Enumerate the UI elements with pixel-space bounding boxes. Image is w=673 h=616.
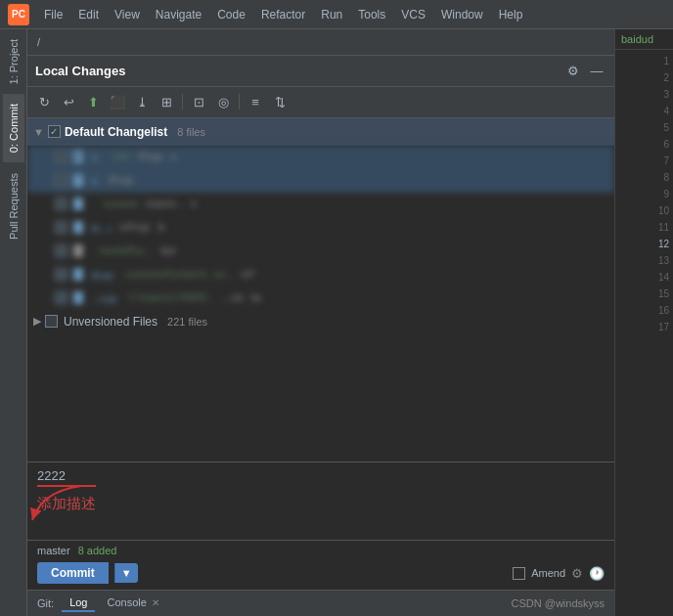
commit-dropdown-button[interactable]: ▼ xyxy=(114,563,138,583)
path-bar: / xyxy=(27,29,614,56)
menu-navigate[interactable]: Navigate xyxy=(149,5,208,24)
commit-number: 2222 xyxy=(37,468,605,483)
settings-small-icon[interactable]: ⚙ xyxy=(571,566,583,581)
file-path-1: rzhil xyxy=(112,152,129,162)
refresh-button[interactable]: ↻ xyxy=(33,91,55,112)
content-area: / Local Changes ⚙ — ↻ ↩ ⬆ ⬛ ⤓ ⊞ ⊡ xyxy=(27,29,614,616)
svg-rect-5 xyxy=(75,178,81,179)
svg-rect-3 xyxy=(75,158,79,159)
tab-log[interactable]: Log xyxy=(62,594,95,612)
menu-help[interactable]: Help xyxy=(492,5,530,24)
file-item-2[interactable]: rl. \Proje xyxy=(27,169,614,193)
expand-icon: ▼ xyxy=(33,126,44,138)
menu-view[interactable]: View xyxy=(108,5,147,24)
sidebar-tab-pull-requests[interactable]: Pull Requests xyxy=(3,163,24,249)
file-list-blurred: rl. rzhil \Proje e rl. \Proje xyxy=(27,146,614,310)
line-number-12: 12 xyxy=(658,237,669,252)
amend-checkbox[interactable] xyxy=(513,567,525,580)
preview-button[interactable]: ◎ xyxy=(212,91,234,112)
added-badge: 8 added xyxy=(78,545,117,556)
app-logo: PC xyxy=(8,4,29,25)
menu-file[interactable]: File xyxy=(37,5,69,24)
panel-header-actions: ⚙ — xyxy=(563,61,606,80)
sidebar-tab-project[interactable]: 1: Project xyxy=(3,29,24,94)
file-path3-7: ke xyxy=(251,292,262,303)
line-number-5: 5 xyxy=(663,120,669,136)
commit-button[interactable]: Commit xyxy=(37,562,109,584)
history-icon[interactable]: 🕐 xyxy=(589,566,605,581)
file-path2-7: ...cts xyxy=(223,292,244,303)
file-path3-4: ik xyxy=(157,222,164,233)
file-path-6: cuments\Pycharm\...ec... xyxy=(125,269,233,280)
svg-rect-9 xyxy=(73,268,83,281)
file-item-6[interactable]: al.py cuments\Pycharm\...ec... mF xyxy=(27,263,614,286)
file-checkbox-5[interactable] xyxy=(55,244,67,257)
menu-code[interactable]: Code xyxy=(210,5,252,24)
update-button[interactable]: ⬆ xyxy=(82,91,104,112)
changelist-header[interactable]: ▼ Default Changelist 8 files xyxy=(27,118,614,146)
changelist-checkbox[interactable] xyxy=(48,125,61,138)
file-item-1[interactable]: rl. rzhil \Proje e xyxy=(27,146,614,169)
filter-button[interactable]: ⇅ xyxy=(269,91,291,112)
toolbar-separator-2 xyxy=(239,94,240,110)
svg-rect-10 xyxy=(73,291,83,304)
file-checkbox-2[interactable] xyxy=(55,174,67,187)
settings-icon[interactable]: ⚙ xyxy=(563,61,583,80)
file-path2-1: \Proje xyxy=(138,152,163,162)
file-path-7: C:\Users\17490\D... xyxy=(129,292,215,303)
shelf-button[interactable]: ⊞ xyxy=(156,91,177,112)
file-checkbox-7[interactable] xyxy=(55,291,67,304)
line-number-16: 16 xyxy=(658,303,669,319)
menu-window[interactable]: Window xyxy=(434,5,490,24)
rollback-button[interactable]: ↩ xyxy=(58,91,79,112)
file-path3-3: e xyxy=(191,198,197,209)
svg-rect-6 xyxy=(73,198,83,210)
tab-console[interactable]: Console ✕ xyxy=(99,594,166,612)
file-item-5[interactable]: ments\Pyc... iket xyxy=(27,240,614,263)
toolbar-separator-1 xyxy=(182,94,183,110)
file-name-2: rl. xyxy=(91,175,100,187)
file-path3-5: iket xyxy=(160,245,176,256)
group-button[interactable]: ⊡ xyxy=(188,91,209,112)
right-panel-label: baidud xyxy=(615,29,673,50)
unversioned-files-header[interactable]: ▶ Unversioned Files 221 files xyxy=(27,310,614,333)
line-number-3: 3 xyxy=(663,87,669,103)
file-item-3[interactable]: \cument charmr... e xyxy=(27,193,614,216)
line-number-10: 10 xyxy=(658,203,669,219)
patch-button[interactable]: ⤓ xyxy=(131,91,153,112)
file-item-7[interactable]: ...t.py C:\Users\17490\D... ...cts ke xyxy=(27,286,614,310)
line-number-9: 9 xyxy=(663,187,669,202)
main-layout: 1: Project 0: Commit Pull Requests / Loc… xyxy=(0,29,673,616)
svg-rect-4 xyxy=(73,174,83,187)
menu-tools[interactable]: Tools xyxy=(351,5,392,24)
commit-actions: Commit ▼ Amend ⚙ 🕐 xyxy=(37,562,605,584)
menu-edit[interactable]: Edit xyxy=(71,5,106,24)
line-number-14: 14 xyxy=(658,270,669,286)
file-checkbox-3[interactable] xyxy=(55,198,67,210)
arrow-annotation xyxy=(22,481,101,530)
menu-refactor[interactable]: Refactor xyxy=(254,5,312,24)
tab-console-close[interactable]: ✕ xyxy=(152,597,159,608)
unversioned-expand-icon: ▶ xyxy=(33,315,41,328)
file-checkbox-1[interactable] xyxy=(55,151,67,163)
file-checkbox-4[interactable] xyxy=(55,221,67,234)
changelist-name: Default Changelist xyxy=(65,125,167,139)
line-number-7: 7 xyxy=(663,154,669,169)
sort-button[interactable]: ≡ xyxy=(245,91,266,112)
menu-vcs[interactable]: VCS xyxy=(394,5,432,24)
file-name-1: rl. xyxy=(91,152,100,163)
diff-button[interactable]: ⬛ xyxy=(107,91,128,112)
unversioned-checkbox[interactable] xyxy=(45,315,58,328)
panel-title: Local Changes xyxy=(35,64,125,78)
file-name-4: to...i xyxy=(91,222,112,234)
credit-text: CSDN @windskyss xyxy=(511,597,605,609)
file-path-5: ments\Pyc... xyxy=(99,245,153,256)
file-checkbox-6[interactable] xyxy=(55,268,67,281)
commit-message-area[interactable]: 2222 添加描述 xyxy=(27,462,614,540)
file-path2-6: mF xyxy=(241,269,254,280)
menu-run[interactable]: Run xyxy=(314,5,349,24)
minimize-icon[interactable]: — xyxy=(587,61,606,80)
file-item-4[interactable]: to...i mProje ik xyxy=(27,216,614,240)
path-text: / xyxy=(37,36,40,48)
sidebar-tab-commit[interactable]: 0: Commit xyxy=(3,94,24,162)
